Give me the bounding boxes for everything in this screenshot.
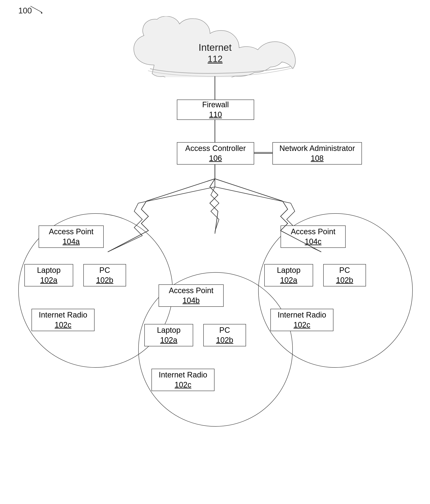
svg-line-15: [146, 179, 215, 201]
right-ap-label: Access Point: [291, 227, 336, 237]
access-controller-label: Access Controller: [185, 144, 246, 153]
right-radio-number: 102c: [294, 320, 310, 330]
left-radio-label: Internet Radio: [39, 310, 87, 320]
internet-cloud: Internet 112: [124, 16, 307, 77]
right-laptop-label: Laptop: [277, 265, 300, 275]
center-laptop-box: Laptop 102a: [144, 324, 193, 346]
network-admin-label: Network Administrator: [279, 144, 355, 153]
network-diagram: 100: [0, 0, 430, 504]
center-access-point-box: Access Point 104b: [159, 284, 224, 307]
left-ap-label: Access Point: [49, 227, 93, 237]
left-pc-box: PC 102b: [83, 264, 126, 287]
left-radio-number: 102c: [55, 320, 71, 330]
svg-line-6: [138, 187, 215, 203]
left-ap-number: 104a: [63, 237, 80, 247]
svg-text:112: 112: [208, 54, 222, 64]
center-radio-label: Internet Radio: [159, 370, 207, 380]
right-pc-box: PC 102b: [323, 264, 366, 287]
right-ap-number: 104c: [305, 237, 321, 247]
left-laptop-label: Laptop: [37, 265, 61, 275]
svg-line-0: [30, 6, 42, 12]
firewall-label: Firewall: [202, 100, 229, 110]
cloud-shape-icon: Internet 112: [124, 16, 307, 77]
firewall-box: Firewall 110: [177, 99, 254, 120]
left-radio-box: Internet Radio 102c: [31, 309, 94, 331]
center-pc-box: PC 102b: [203, 324, 246, 346]
left-pc-number: 102b: [96, 275, 113, 285]
ref-label: 100: [18, 6, 32, 15]
right-radio-label: Internet Radio: [278, 310, 326, 320]
center-radio-box: Internet Radio 102c: [151, 369, 215, 391]
left-access-point-box: Access Point 104a: [39, 225, 104, 248]
svg-line-8: [215, 187, 291, 203]
right-radio-box: Internet Radio 102c: [271, 309, 333, 331]
firewall-number: 110: [209, 110, 222, 120]
right-laptop-number: 102a: [280, 275, 298, 285]
right-access-point-box: Access Point 104c: [280, 225, 346, 248]
center-ap-label: Access Point: [169, 286, 214, 296]
center-radio-number: 102c: [175, 380, 191, 390]
center-ap-number: 104b: [183, 296, 200, 306]
svg-text:Internet: Internet: [198, 42, 232, 53]
right-laptop-box: Laptop 102a: [264, 264, 313, 287]
right-pc-number: 102b: [336, 275, 353, 285]
left-laptop-number: 102a: [40, 275, 57, 285]
access-controller-box: Access Controller 106: [177, 142, 254, 164]
access-controller-number: 106: [209, 153, 222, 163]
center-pc-label: PC: [219, 325, 230, 335]
svg-line-16: [215, 179, 283, 201]
center-laptop-label: Laptop: [157, 325, 180, 335]
center-laptop-number: 102a: [160, 335, 178, 345]
svg-marker-1: [41, 11, 43, 14]
network-admin-box: Network Administrator 108: [272, 142, 362, 164]
ref-arrow-icon: [29, 4, 46, 14]
right-pc-label: PC: [339, 265, 350, 275]
center-pc-number: 102b: [216, 335, 234, 345]
left-laptop-box: Laptop 102a: [24, 264, 73, 287]
left-pc-label: PC: [99, 265, 110, 275]
network-admin-number: 108: [311, 153, 323, 163]
